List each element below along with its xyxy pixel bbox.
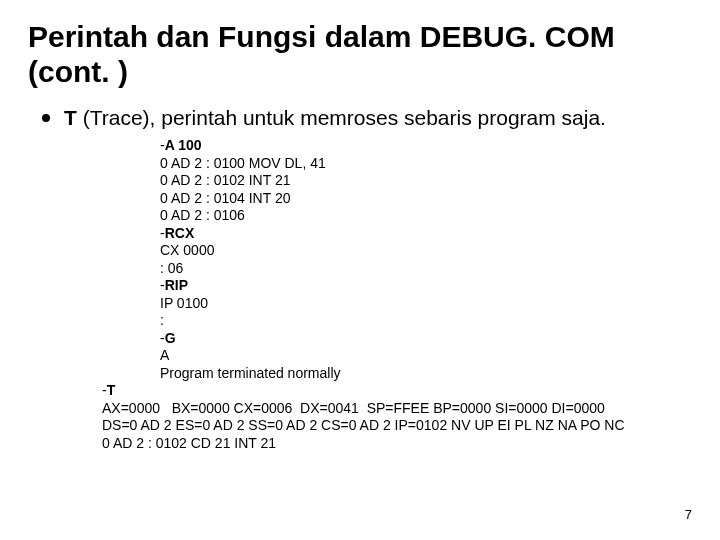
reg-line: DS=0 AD 2 ES=0 AD 2 SS=0 AD 2 CS=0 AD 2 …: [102, 417, 625, 433]
cmd-g: G: [165, 330, 176, 346]
code-line: Program terminated normally: [160, 365, 341, 381]
bullet-icon: [42, 114, 50, 122]
code-line: A: [160, 347, 169, 363]
reg-line: 0 AD 2 : 0102 CD 21 INT 21: [102, 435, 276, 451]
cmd-a: A 100: [165, 137, 202, 153]
bullet-text: T (Trace), perintah untuk memroses sebar…: [64, 105, 606, 131]
bullet-command: T: [64, 106, 77, 129]
code-line: -RCX: [160, 225, 194, 241]
cmd-rcx: RCX: [165, 225, 195, 241]
slide-title: Perintah dan Fungsi dalam DEBUG. COM (co…: [28, 20, 692, 89]
cmd-rip: RIP: [165, 277, 188, 293]
code-line: -RIP: [160, 277, 188, 293]
reg-line: -T: [102, 382, 115, 398]
code-line: 0 AD 2 : 0106: [160, 207, 245, 223]
code-line: CX 0000: [160, 242, 214, 258]
code-line: 0 AD 2 : 0100 MOV DL, 41: [160, 155, 326, 171]
code-line: -G: [160, 330, 176, 346]
bullet-item: T (Trace), perintah untuk memroses sebar…: [42, 105, 692, 131]
code-block: -A 100 0 AD 2 : 0100 MOV DL, 41 0 AD 2 :…: [42, 137, 692, 382]
code-line: : 06: [160, 260, 183, 276]
bullet-description: (Trace), perintah untuk memroses sebaris…: [77, 106, 606, 129]
reg-line: AX=0000 BX=0000 CX=0006 DX=0041 SP=FFEE …: [102, 400, 605, 416]
register-block: -T AX=0000 BX=0000 CX=0006 DX=0041 SP=FF…: [42, 382, 692, 452]
code-line: IP 0100: [160, 295, 208, 311]
page-number: 7: [685, 507, 692, 522]
cmd-t: T: [107, 382, 116, 398]
slide: Perintah dan Fungsi dalam DEBUG. COM (co…: [0, 0, 720, 540]
code-line: :: [160, 312, 164, 328]
slide-body: T (Trace), perintah untuk memroses sebar…: [28, 105, 692, 452]
code-line: 0 AD 2 : 0102 INT 21: [160, 172, 291, 188]
code-line: 0 AD 2 : 0104 INT 20: [160, 190, 291, 206]
code-line: -A 100: [160, 137, 202, 153]
